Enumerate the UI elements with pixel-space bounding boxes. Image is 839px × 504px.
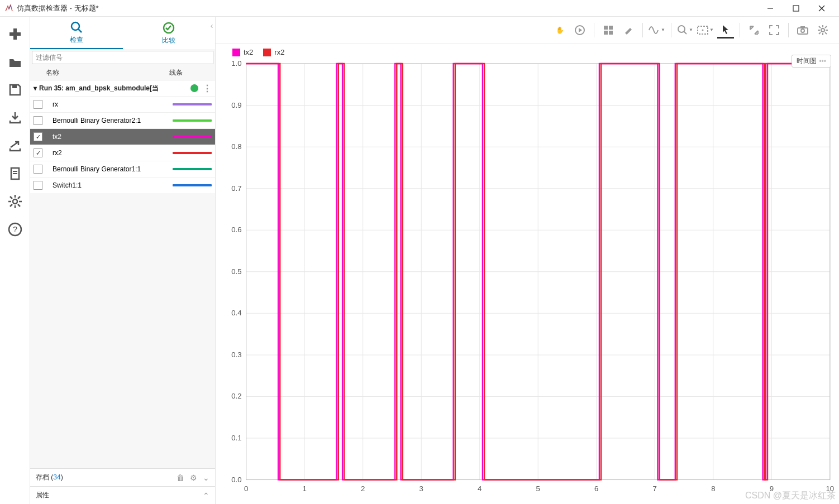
svg-text:10: 10 (826, 484, 835, 493)
signal-row[interactable]: Bernoulli Binary Generator2:1 (30, 112, 215, 128)
tab-label: 比较 (162, 36, 175, 45)
svg-text:3: 3 (419, 484, 423, 493)
svg-point-32 (702, 29, 704, 31)
archive-row[interactable]: 存档 (34) 🗑 ⚙ ⌄ (30, 468, 215, 486)
svg-text:0: 0 (244, 484, 248, 493)
svg-rect-1 (793, 6, 799, 11)
svg-text:0.8: 0.8 (231, 142, 241, 151)
tab-inspect[interactable]: 检查 (30, 17, 123, 49)
signal-row[interactable]: ✓rx2 (30, 145, 215, 161)
open-folder-button[interactable] (4, 48, 26, 76)
cursor-button[interactable] (717, 22, 734, 39)
col-line: 线条 (169, 68, 212, 78)
filter-input[interactable] (32, 51, 213, 64)
svg-text:0.9: 0.9 (231, 101, 241, 109)
trash-icon[interactable]: 🗑 (177, 473, 184, 482)
signal-checkbox[interactable] (34, 100, 42, 109)
save-button[interactable] (4, 76, 26, 104)
svg-line-43 (819, 32, 821, 34)
svg-text:0.7: 0.7 (231, 184, 241, 193)
signal-color-swatch (173, 184, 212, 186)
svg-text:1.0: 1.0 (231, 60, 241, 68)
svg-line-44 (825, 26, 827, 28)
svg-point-36 (821, 28, 824, 32)
fullscreen-button[interactable] (766, 22, 783, 39)
signal-row[interactable]: Switch1:1 (30, 177, 215, 193)
tab-compare[interactable]: 比较 (123, 17, 216, 49)
signal-color-swatch (173, 168, 212, 170)
legend-swatch (232, 49, 240, 56)
snapshot-button[interactable] (794, 22, 811, 39)
svg-rect-27 (604, 31, 608, 35)
replay-button[interactable] (571, 22, 588, 39)
svg-line-18 (18, 196, 20, 199)
svg-text:4: 4 (478, 484, 482, 493)
svg-point-10 (13, 199, 17, 204)
signal-row[interactable]: ✓tx2 (30, 128, 215, 145)
signal-row[interactable]: Bernoulli Binary Generator1:1 (30, 161, 215, 177)
plot-legend: tx2 rx2 (232, 48, 284, 56)
signal-type-button[interactable]: ▼ (649, 22, 665, 39)
signal-name: tx2 (53, 133, 173, 141)
svg-rect-26 (609, 26, 613, 30)
clear-button[interactable] (620, 22, 637, 39)
settings-button[interactable] (4, 188, 26, 215)
svg-text:0.5: 0.5 (231, 267, 241, 276)
plot-toolbar: ✋ ▼ ▼ ▼ (216, 17, 839, 44)
pan-hand-button[interactable]: ✋ (551, 22, 568, 39)
svg-text:6: 6 (594, 484, 598, 493)
fit-button[interactable]: ▼ (697, 22, 714, 39)
signal-checkbox[interactable] (34, 116, 42, 125)
properties-row[interactable]: 属性 ⌃ (30, 486, 215, 504)
svg-text:0.4: 0.4 (231, 309, 241, 317)
minimize-button[interactable] (757, 0, 783, 17)
signal-checkbox[interactable] (34, 181, 42, 190)
add-button[interactable] (4, 20, 26, 48)
zoom-button[interactable]: ▼ (677, 22, 694, 39)
plot-settings-button[interactable] (814, 22, 831, 39)
signal-color-swatch (173, 136, 212, 138)
archive-settings-icon[interactable]: ⚙ (190, 473, 197, 482)
run-label: Run 35: am_and_bpsk_submodule[当 (39, 84, 190, 93)
svg-rect-6 (12, 85, 17, 88)
run-menu-icon[interactable]: ⋮ (203, 83, 212, 94)
collapse-panel-button[interactable]: ‹ (208, 20, 216, 31)
svg-line-15 (10, 196, 12, 199)
help-button[interactable]: ? (4, 215, 26, 243)
check-icon (162, 21, 175, 35)
import-button[interactable] (4, 104, 26, 132)
signal-row[interactable]: rx (30, 96, 215, 112)
signal-name: Switch1:1 (53, 181, 173, 189)
svg-line-22 (78, 29, 82, 32)
svg-text:7: 7 (653, 484, 657, 493)
window-title: 仿真数据检查器 - 无标题* (17, 3, 757, 13)
titlebar: 仿真数据检查器 - 无标题* (0, 0, 839, 17)
layout-grid-button[interactable] (600, 22, 617, 39)
report-button[interactable] (4, 160, 26, 188)
signal-checkbox[interactable] (34, 165, 42, 174)
svg-text:0.0: 0.0 (231, 476, 241, 484)
run-row[interactable]: ▾ Run 35: am_and_bpsk_submodule[当 ⋮ (30, 80, 215, 96)
chevron-down-icon[interactable]: ⌄ (203, 473, 209, 482)
svg-text:0.2: 0.2 (231, 392, 241, 400)
svg-line-41 (819, 26, 821, 28)
maximize-button[interactable] (783, 0, 809, 17)
svg-text:2: 2 (361, 484, 365, 493)
svg-line-16 (18, 204, 20, 207)
svg-text:5: 5 (536, 484, 540, 493)
expand-button[interactable] (746, 22, 762, 39)
time-plot[interactable]: 0123456789100.00.10.20.30.40.50.60.70.80… (219, 60, 836, 496)
matlab-logo-icon (4, 4, 13, 13)
svg-text:0.3: 0.3 (231, 351, 241, 359)
svg-line-42 (825, 32, 827, 34)
expand-icon: ▾ (34, 84, 37, 92)
export-button[interactable] (4, 132, 26, 160)
signal-name: Bernoulli Binary Generator1:1 (53, 165, 173, 173)
chevron-up-icon[interactable]: ⌃ (203, 491, 209, 500)
signal-checkbox[interactable]: ✓ (34, 132, 42, 141)
signal-checkbox[interactable]: ✓ (34, 148, 42, 157)
close-button[interactable] (809, 0, 835, 17)
plot-type-badge[interactable]: 时间图••• (792, 55, 831, 68)
signal-name: Bernoulli Binary Generator2:1 (53, 117, 173, 124)
svg-line-30 (684, 31, 687, 34)
